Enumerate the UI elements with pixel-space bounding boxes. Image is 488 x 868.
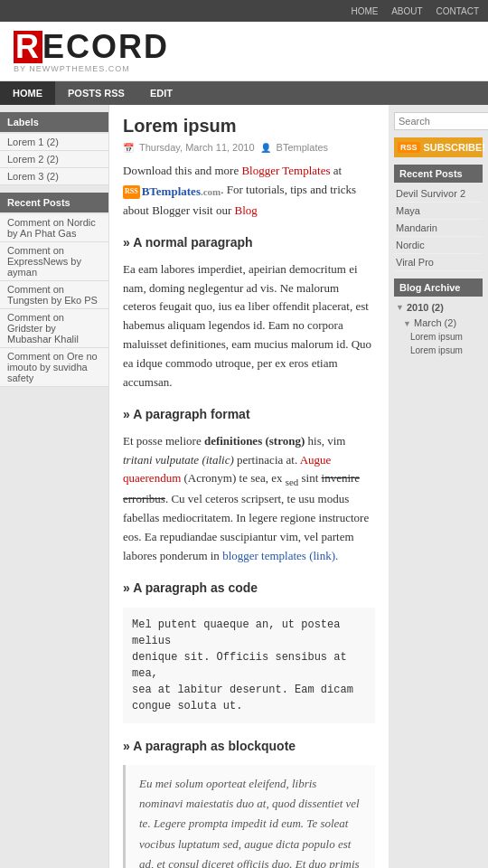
labels-title: Labels [0, 112, 108, 132]
archive-title: Blog Archive [394, 278, 483, 297]
rss-icon: RSS [123, 185, 140, 199]
section1-heading: » A normal paragraph [123, 232, 375, 252]
sidebar-recent-5[interactable]: Comment on Ore no imouto by suvidha safe… [0, 348, 108, 387]
post-author: BTemplates [277, 142, 328, 153]
blog-archive: Blog Archive ▼ 2010 (2) ▼ March (2) Lore… [394, 278, 483, 357]
para1: Ea eam labores imperdiet, apeirian democ… [123, 260, 375, 392]
templates-site-link[interactable]: BTemplates.com [142, 183, 221, 202]
sidebar-recent-3[interactable]: Comment on Tungsten by Eko PS [0, 281, 108, 309]
calendar-icon: 📅 [123, 143, 134, 153]
mainnav-edit[interactable]: EDIT [137, 81, 185, 105]
main-content: Lorem ipsum 📅 Thursday, March 11, 2010 👤… [108, 105, 389, 868]
search-input[interactable] [394, 112, 488, 130]
post-intro-text: Download this and more [123, 164, 241, 177]
sidebar-label-1[interactable]: Lorem 1 (2) [0, 134, 108, 151]
archive-year-2010[interactable]: ▼ 2010 (2) [394, 299, 483, 316]
author-icon: 👤 [260, 143, 271, 153]
site-header: RECORD BY NEWWPTHEMES.COM [0, 22, 488, 81]
templates-logo: RSSBTemplates.com [123, 183, 221, 202]
sidebar-recent-1[interactable]: Comment on Nordic by An Phat Gas [0, 214, 108, 242]
archive-month-label: March (2) [414, 317, 456, 328]
post-date: Thursday, March 11, 2010 [139, 142, 255, 153]
right-recent-2[interactable]: Maya [394, 203, 483, 220]
arrow-down-icon: ▼ [403, 319, 411, 328]
blogger-templates-link2[interactable]: blogger templates (link). [222, 549, 338, 562]
rss-subscribe-icon: RSS [398, 142, 420, 153]
mainnav-home[interactable]: HOME [0, 81, 55, 105]
archive-year-label: 2010 (2) [407, 302, 444, 313]
mainnav-posts-rss[interactable]: POSTS RSS [55, 81, 137, 105]
recent-posts-title: Recent Posts [0, 193, 108, 212]
right-recent-3[interactable]: Mandarin [394, 220, 483, 237]
recent-posts-right-title: Recent Posts [394, 165, 483, 183]
topnav-contact[interactable]: CONTACT [436, 6, 479, 16]
para2-start: Et posse meliore [123, 434, 204, 448]
section2-heading: » A paragraph format [123, 404, 375, 424]
para2-te: te sea, ex [236, 471, 286, 485]
blockquote: Eu mei solum oporteat eleifend, libris n… [123, 765, 375, 868]
search-box: ▶ [394, 112, 483, 130]
site-logo: RECORD BY NEWWPTHEMES.COM [14, 31, 474, 73]
para2-strong: definitiones (strong) [204, 434, 305, 448]
sidebar-recent-4[interactable]: Comment on Gridster by Mubashar Khalil [0, 309, 108, 348]
post-body: Download this and more Blogger Templates… [123, 162, 375, 868]
logo-record: RECORD [14, 31, 474, 63]
para2: Et posse meliore definitiones (strong) h… [123, 432, 375, 566]
right-recent-4[interactable]: Nordic [394, 237, 483, 254]
para2-paren: (Acronym) [181, 471, 236, 485]
sidebar-label-3[interactable]: Lorem 3 (2) [0, 168, 108, 185]
sidebar-label-2[interactable]: Lorem 2 (2) [0, 151, 108, 168]
archive-post-1[interactable]: Lorem ipsum [394, 330, 483, 344]
archive-post-2[interactable]: Lorem ipsum [394, 344, 483, 357]
arrow-down-icon: ▼ [396, 303, 404, 312]
post-meta: 📅 Thursday, March 11, 2010 👤 BTemplates [123, 142, 375, 153]
section4-heading: » A paragraph as blockquote [123, 736, 375, 756]
post-title: Lorem ipsum [123, 116, 375, 137]
layout: Labels Lorem 1 (2) Lorem 2 (2) Lorem 3 (… [0, 105, 488, 868]
logo-red-bar: R [14, 31, 42, 63]
post-intro-para: Download this and more Blogger Templates… [123, 162, 375, 220]
logo-text: ECORD [42, 28, 169, 65]
para2-sed: sed [286, 476, 298, 487]
top-nav: HOME ABOUT CONTACT [0, 0, 488, 22]
subscribe-button[interactable]: RSS SUBSCRIBE! [394, 137, 483, 157]
sidebar-recent-2[interactable]: Comment on ExpressNews by ayman [0, 242, 108, 281]
blog-link[interactable]: Blog [235, 203, 258, 217]
para2-italic: tritani vulputate (italic) [123, 453, 234, 467]
subscribe-label: SUBSCRIBE! [424, 142, 485, 153]
section3-heading: » A paragraph as code [123, 578, 375, 598]
topnav-about[interactable]: ABOUT [391, 6, 422, 16]
para2-sint: sint [298, 471, 321, 485]
right-recent-5[interactable]: Viral Pro [394, 254, 483, 271]
archive-month-march[interactable]: ▼ March (2) [394, 316, 483, 330]
code-block: Mel putent quaeque an, ut postea melius … [123, 608, 375, 723]
right-recent-1[interactable]: Devil Survivor 2 [394, 185, 483, 203]
left-sidebar: Labels Lorem 1 (2) Lorem 2 (2) Lorem 3 (… [0, 105, 108, 394]
para2-mid: his, vim [305, 434, 345, 448]
topnav-home[interactable]: HOME [351, 6, 378, 16]
blogger-templates-link[interactable]: Blogger Templates [241, 164, 330, 177]
logo-sub: BY NEWWPTHEMES.COM [14, 64, 474, 73]
main-nav: HOME POSTS RSS EDIT [0, 81, 488, 105]
right-sidebar: ▶ RSS SUBSCRIBE! Recent Posts Devil Surv… [389, 105, 488, 364]
para2-rest: pertinacia at. [234, 453, 300, 467]
